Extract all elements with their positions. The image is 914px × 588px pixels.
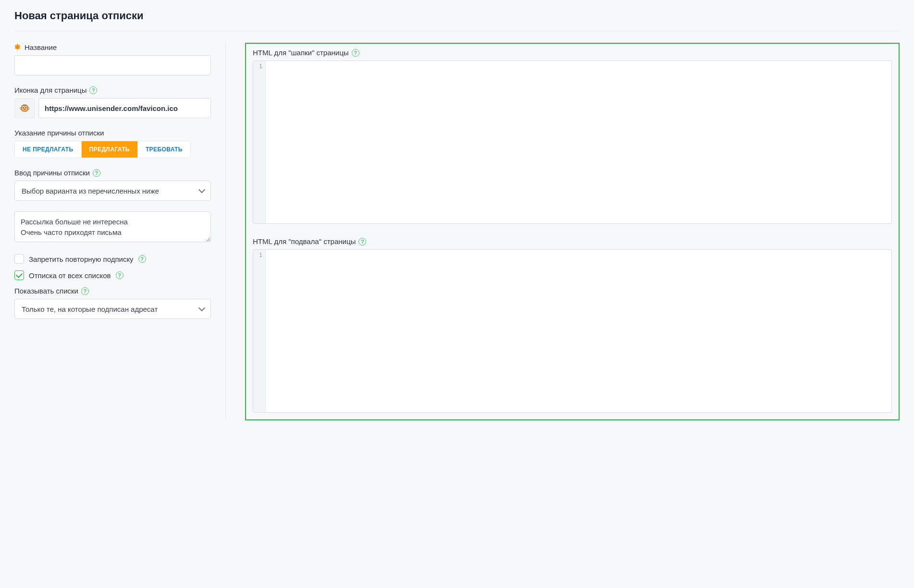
footer-html-code-body[interactable] bbox=[266, 250, 891, 412]
required-indicator: ✱ bbox=[14, 43, 21, 51]
reason-mode-label: Указание причины отписки bbox=[14, 129, 104, 137]
help-icon[interactable]: ? bbox=[81, 287, 89, 295]
reason-mode-require-button[interactable]: ТРЕБОВАТЬ bbox=[138, 141, 190, 158]
favicon-url-input[interactable] bbox=[38, 98, 211, 118]
html-editors-panel: HTML для "шапки" страницы ? 1 HTML для "… bbox=[245, 43, 900, 420]
reason-input-select[interactable]: Выбор варианта из перечисленных ниже bbox=[14, 181, 211, 201]
reason-mode-none-button[interactable]: НЕ ПРЕДЛАГАТЬ bbox=[15, 141, 82, 158]
forbid-resubscribe-label: Запретить повторную подписку bbox=[29, 255, 134, 263]
editor-gutter: 1 bbox=[253, 250, 266, 412]
header-html-label: HTML для "шапки" страницы bbox=[253, 49, 349, 57]
reason-input-label: Ввод причины отписки bbox=[14, 169, 90, 177]
unsubscribe-all-checkbox[interactable] bbox=[14, 270, 24, 280]
help-icon[interactable]: ? bbox=[89, 86, 97, 94]
footer-html-editor[interactable]: 1 bbox=[253, 249, 892, 413]
settings-panel: ✱ Название Иконка для страницы ? 🐵 Указа… bbox=[14, 43, 226, 420]
reasons-textarea[interactable] bbox=[14, 211, 211, 242]
help-icon[interactable]: ? bbox=[116, 271, 124, 279]
reason-mode-offer-button[interactable]: ПРЕДЛАГАТЬ bbox=[82, 141, 138, 158]
show-lists-select-wrapper: Только те, на которые подписан адресат bbox=[14, 299, 211, 319]
name-input[interactable] bbox=[14, 55, 211, 75]
editor-gutter: 1 bbox=[253, 61, 266, 223]
header-html-editor[interactable]: 1 bbox=[253, 61, 892, 224]
favicon-label: Иконка для страницы bbox=[14, 86, 86, 94]
help-icon[interactable]: ? bbox=[93, 169, 100, 177]
name-label: Название bbox=[25, 43, 57, 51]
reason-input-select-wrapper: Выбор варианта из перечисленных ниже bbox=[14, 181, 211, 201]
reason-mode-toggle: НЕ ПРЕДЛАГАТЬ ПРЕДЛАГАТЬ ТРЕБОВАТЬ bbox=[14, 141, 191, 158]
show-lists-label: Показывать списки bbox=[14, 287, 78, 295]
line-number: 1 bbox=[256, 63, 262, 70]
favicon-icon: 🐵 bbox=[19, 103, 30, 113]
help-icon[interactable]: ? bbox=[358, 238, 366, 245]
line-number: 1 bbox=[256, 252, 262, 258]
footer-html-label: HTML для "подвала" страницы bbox=[253, 237, 356, 245]
help-icon[interactable]: ? bbox=[138, 255, 146, 263]
help-icon[interactable]: ? bbox=[352, 49, 359, 57]
header-html-code-body[interactable] bbox=[266, 61, 891, 223]
favicon-preview: 🐵 bbox=[14, 98, 35, 118]
forbid-resubscribe-checkbox[interactable] bbox=[14, 254, 24, 264]
unsubscribe-all-label: Отписка от всех списков bbox=[29, 271, 111, 280]
show-lists-select[interactable]: Только те, на которые подписан адресат bbox=[14, 299, 211, 319]
page-title: Новая страница отписки bbox=[14, 10, 900, 31]
